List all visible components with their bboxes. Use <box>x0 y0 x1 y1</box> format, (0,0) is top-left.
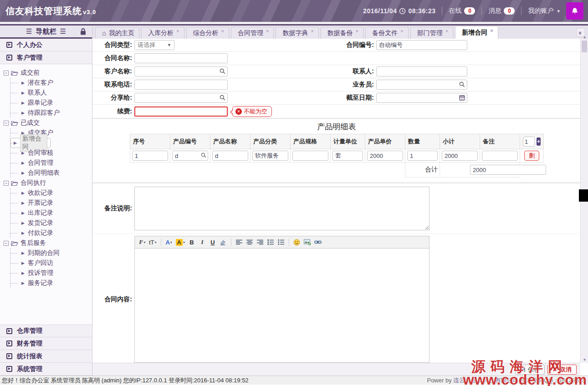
contract-no-input[interactable] <box>376 40 467 50</box>
sidebar-section-personal-office[interactable]: 个人办公 <box>0 39 92 51</box>
align-left-icon[interactable] <box>235 238 244 247</box>
row-seq-input[interactable] <box>132 151 168 161</box>
salesman-input[interactable] <box>376 80 467 90</box>
row-unit-input[interactable] <box>332 151 363 161</box>
tab-close-icon[interactable]: × <box>490 28 493 33</box>
sidebar-section-finance[interactable]: 财务管理 <box>0 337 92 350</box>
tab-comprehensive-analysis[interactable]: 综合分析× <box>186 27 229 39</box>
sidebar-section-system[interactable]: 系统管理 <box>0 363 92 376</box>
add-row-button[interactable]: + <box>537 137 541 146</box>
remark-textarea[interactable] <box>134 187 429 230</box>
sidebar-header[interactable]: ☰ 导航栏 ☰ <box>0 25 92 39</box>
collapse-icon[interactable]: − <box>4 121 9 126</box>
delete-row-button[interactable]: 删 <box>524 151 539 161</box>
tab-close-icon[interactable]: × <box>356 28 358 34</box>
tab-new-contract[interactable]: 新增合同× <box>455 26 498 39</box>
bold-icon[interactable]: B <box>187 238 196 247</box>
tree-folder-contract-execution[interactable]: − 合同执行 <box>4 178 92 188</box>
calendar-icon[interactable] <box>459 95 465 101</box>
collapse-icon[interactable]: − <box>4 241 9 246</box>
tab-close-icon[interactable]: × <box>400 28 403 34</box>
tab-close-icon[interactable]: × <box>176 28 179 34</box>
add-row-count-input[interactable] <box>523 137 535 147</box>
background-color-icon[interactable]: A▾ <box>175 238 186 247</box>
tree-item-customer-visits[interactable]: ▶客户回访 <box>10 258 92 268</box>
share-to-input[interactable] <box>134 93 228 103</box>
tree-item-service-records[interactable]: ▶服务记录 <box>10 278 92 288</box>
tree-item-contract-review[interactable]: ▶合同审核 <box>10 148 92 158</box>
text-color-icon[interactable]: A▾ <box>164 238 174 247</box>
italic-icon[interactable]: I <box>198 238 207 247</box>
account-menu[interactable]: 我的账户 ▾ <box>528 7 560 15</box>
contract-name-input[interactable] <box>134 53 228 63</box>
tree-item-follow-records[interactable]: ▶跟单记录 <box>10 98 92 108</box>
renewal-fee-input[interactable] <box>134 107 228 117</box>
ordered-list-icon[interactable] <box>266 238 275 247</box>
tab-inbound-analysis[interactable]: 入库分析× <box>141 27 184 39</box>
row-price-input[interactable] <box>367 151 403 161</box>
sidebar-section-warehouse[interactable]: 仓库管理 <box>0 325 92 337</box>
tab-close-icon[interactable]: × <box>266 28 269 34</box>
remove-format-icon[interactable] <box>219 238 228 247</box>
underline-icon[interactable]: U <box>208 238 217 247</box>
tab-close-icon[interactable]: × <box>221 28 224 34</box>
insert-link-icon[interactable] <box>313 238 322 247</box>
emoticon-icon[interactable] <box>292 238 302 247</box>
tree-item-payment-received[interactable]: ▶收款记录 <box>10 188 92 198</box>
search-icon[interactable] <box>459 81 465 87</box>
tree-folder-after-sales[interactable]: − 售后服务 <box>4 238 92 248</box>
row-subtotal-input[interactable] <box>442 151 478 161</box>
tree-item-shipping-records[interactable]: ▶发货记录 <box>10 218 92 228</box>
tab-close-icon[interactable]: × <box>311 28 313 34</box>
tree-folder-pre-deal[interactable]: − 成交前 <box>4 68 92 78</box>
scrollbar-thumb[interactable] <box>582 41 587 52</box>
tab-backup-files[interactable]: 备份文件× <box>365 27 408 39</box>
scroll-up-arrow[interactable]: ▲ <box>581 35 588 39</box>
collapse-icon[interactable]: − <box>4 181 9 186</box>
search-icon[interactable] <box>220 95 225 101</box>
collapse-icon[interactable]: − <box>4 71 9 76</box>
contract-type-select[interactable]: 请选择 ▼ <box>134 40 174 50</box>
total-amount-input[interactable] <box>470 165 546 175</box>
cancel-button[interactable]: ✘ 取消 <box>547 365 577 375</box>
tree-item-potential-customers[interactable]: ▶潜在客户 <box>10 78 92 88</box>
font-family-icon[interactable]: F▾ <box>138 238 147 247</box>
tree-item-expiring-contracts[interactable]: ▶到期的合同 <box>10 248 92 258</box>
save-button[interactable]: 保存 <box>515 365 545 375</box>
sidebar-section-reports[interactable]: 统计报表 <box>0 350 92 363</box>
insert-image-icon[interactable] <box>303 238 312 247</box>
tree-item-contacts[interactable]: ▶联系人 <box>10 88 92 98</box>
row-category-input[interactable] <box>252 151 288 161</box>
editor-content-area[interactable] <box>134 249 429 363</box>
tree-item-complaints[interactable]: ▶投诉管理 <box>10 268 92 278</box>
tab-close-icon[interactable]: × <box>445 28 448 34</box>
tab-data-dictionary[interactable]: 数据字典× <box>276 27 318 39</box>
font-size-icon[interactable]: tT▾ <box>148 238 158 247</box>
sidebar-section-customer-management[interactable]: 客户管理 <box>0 51 92 64</box>
lock-icon[interactable] <box>80 28 87 37</box>
deadline-input[interactable] <box>376 93 467 103</box>
tab-department-management[interactable]: 部门管理× <box>410 27 453 39</box>
customer-name-input[interactable] <box>134 66 228 76</box>
tree-item-contract-management[interactable]: ▶合同管理 <box>10 158 92 168</box>
contact-input[interactable] <box>376 66 467 76</box>
row-name-input[interactable] <box>212 151 248 161</box>
tree-item-pending-customers[interactable]: ▶待跟踪客户 <box>10 108 92 118</box>
tab-home[interactable]: ⌂我的主页 <box>95 27 139 39</box>
tree-item-payment-made[interactable]: ▶付款记录 <box>10 228 92 238</box>
tree-item-outbound-records[interactable]: ▶出库记录 <box>10 208 92 218</box>
tab-contract-management[interactable]: 合同管理× <box>231 27 274 39</box>
tree-item-new-contract[interactable]: ▶新增合同 <box>10 138 51 148</box>
unordered-list-icon[interactable] <box>276 238 286 247</box>
tab-data-backup[interactable]: 数据备份× <box>321 27 363 39</box>
align-center-icon[interactable] <box>245 238 254 247</box>
tree-item-contract-details[interactable]: ▶合同明细表 <box>10 168 92 178</box>
align-right-icon[interactable] <box>256 238 265 247</box>
row-note-input[interactable] <box>482 151 518 161</box>
search-icon[interactable] <box>220 68 225 74</box>
messages-indicator[interactable]: 消息 0 <box>488 7 515 15</box>
tree-item-invoice-records[interactable]: ▶开票记录 <box>10 198 92 208</box>
tree-folder-closed-deals[interactable]: − 已成交 <box>4 118 92 128</box>
row-qty-input[interactable] <box>407 151 438 161</box>
row-spec-input[interactable] <box>292 151 328 161</box>
